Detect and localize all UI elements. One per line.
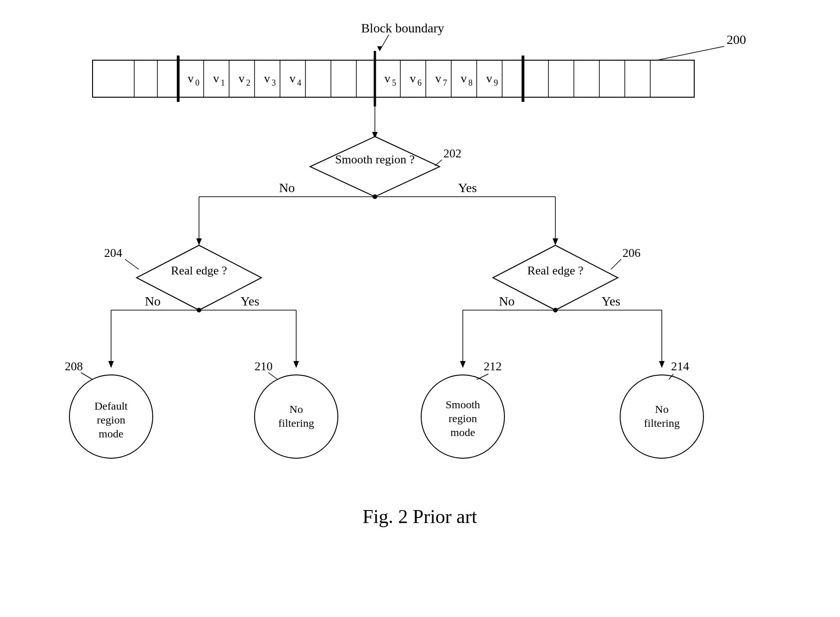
- node-202-label: Smooth region ?: [335, 153, 415, 166]
- ref-210: 210: [255, 360, 273, 373]
- node-212-label-3: mode: [450, 426, 475, 438]
- pixel-sub-v1: 1: [221, 78, 225, 87]
- pixel-label-v6: v: [410, 72, 416, 85]
- pixel-label-v9: v: [486, 72, 492, 85]
- pixel-label-v8: v: [461, 72, 467, 85]
- node-212-label-1: Smooth: [446, 399, 480, 411]
- figure-caption: Fig. 2 Prior art: [362, 506, 477, 527]
- ref-212: 212: [484, 360, 502, 373]
- node-204-label: Real edge ?: [171, 264, 227, 277]
- node-210-label-2: filtering: [278, 417, 314, 429]
- label-yes-1: Yes: [458, 181, 477, 195]
- pixel-sub-v9: 9: [494, 78, 498, 87]
- node-208-label-1: Default: [94, 400, 128, 412]
- node-214-label-2: filtering: [644, 417, 679, 429]
- label-no-3: No: [499, 294, 515, 308]
- pixel-label-v3: v: [264, 72, 270, 85]
- ref-204: 204: [104, 246, 122, 260]
- ref-206: 206: [622, 246, 641, 260]
- pixel-sub-v3: 3: [272, 78, 276, 87]
- diagram-container: v 0 v 1 v 2 v 3 v 4 v 5 v 6 v 7 v 8 v 9 …: [0, 0, 840, 617]
- svg-point-62: [620, 375, 703, 458]
- pixel-sub-v8: 8: [468, 78, 473, 87]
- node-212-label-2: region: [448, 412, 477, 424]
- pixel-label-v2: v: [239, 72, 245, 85]
- label-no-2: No: [145, 294, 161, 308]
- pixel-sub-v2: 2: [246, 78, 250, 87]
- ref-208: 208: [65, 360, 83, 373]
- node-208-label-2: region: [97, 414, 125, 426]
- block-boundary-label: Block boundary: [361, 21, 444, 35]
- svg-point-58: [255, 375, 338, 458]
- ref-202: 202: [443, 147, 461, 160]
- pixel-sub-v0: 0: [195, 78, 199, 87]
- ref-200: 200: [727, 32, 746, 47]
- pixel-label-v7: v: [436, 72, 442, 85]
- ref-214: 214: [671, 360, 689, 373]
- pixel-label-v0: v: [188, 72, 194, 85]
- node-210-label-1: No: [289, 403, 303, 415]
- pixel-label-v5: v: [385, 72, 391, 85]
- label-no-1: No: [279, 181, 295, 195]
- node-214-label-1: No: [655, 403, 668, 415]
- pixel-label-v1: v: [213, 72, 219, 85]
- label-yes-2: Yes: [241, 294, 260, 308]
- pixel-sub-v7: 7: [443, 78, 447, 87]
- pixel-sub-v5: 5: [392, 78, 396, 87]
- pixel-sub-v6: 6: [417, 78, 422, 87]
- label-yes-3: Yes: [602, 294, 621, 308]
- node-208-label-3: mode: [99, 428, 123, 440]
- node-206-label: Real edge ?: [527, 264, 583, 277]
- pixel-label-v4: v: [290, 72, 296, 85]
- pixel-sub-v4: 4: [297, 78, 301, 87]
